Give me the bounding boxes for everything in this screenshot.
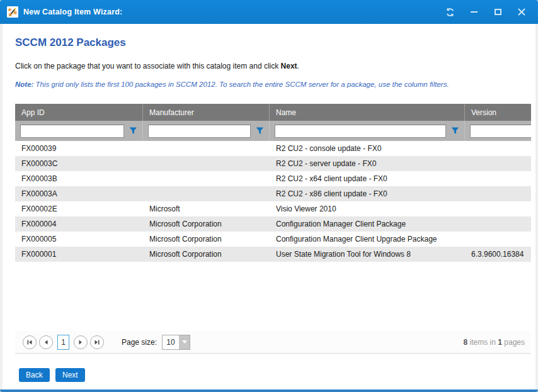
pager-summary: 8 items in 1 pages — [464, 338, 525, 347]
table-cell-name: Configuration Manager Client Package — [270, 216, 465, 232]
previous-page-button[interactable] — [39, 335, 53, 349]
table-cell-manufacturer: Microsoft Corporation — [143, 247, 270, 262]
minimize-icon[interactable] — [466, 4, 481, 20]
last-page-button[interactable] — [90, 335, 104, 349]
table-cell-name: R2 CU2 - server update - FX0 — [270, 156, 465, 171]
back-button[interactable]: Back — [19, 368, 50, 382]
window-frame-bottom — [0, 389, 538, 392]
table-row[interactable]: FX00003CR2 CU2 - server update - FX0 — [15, 156, 531, 171]
refresh-icon[interactable] — [442, 4, 457, 20]
pager-nav: 1 — [23, 335, 104, 350]
column-header-name[interactable]: Name — [270, 104, 465, 121]
table-cell-manufacturer — [143, 141, 270, 156]
instruction-suffix: . — [297, 62, 299, 70]
filter-cell-version — [465, 121, 531, 141]
table-cell-version — [465, 156, 531, 171]
funnel-icon[interactable] — [451, 127, 459, 135]
window-frame-right — [535, 24, 538, 389]
table-cell-name: R2 CU2 - x86 client update - FX0 — [270, 186, 465, 201]
next-button[interactable]: Next — [55, 368, 85, 382]
instruction-prefix: Click on the package that you want to as… — [15, 62, 281, 70]
note-label: Note: — [15, 81, 33, 88]
filter-cell-app-id — [15, 121, 143, 141]
wizard-wand-stars-icon: ★ ★ ★ — [7, 6, 18, 18]
page-size-label: Page size: — [122, 338, 157, 347]
next-page-button[interactable] — [74, 335, 88, 349]
table-cell-app-id: FX00003A — [15, 186, 143, 201]
app-id-filter-input[interactable] — [20, 125, 124, 138]
table-cell-version — [465, 186, 531, 201]
table-cell-manufacturer: Microsoft Corporation — [143, 216, 270, 232]
pager-bar: 1 Page size: 10 8 items in 1 pages — [15, 331, 531, 353]
first-page-button[interactable] — [23, 335, 37, 349]
table-cell-app-id: FX000039 — [15, 141, 143, 156]
table-cell-name: Configuration Manager Client Upgrade Pac… — [270, 232, 465, 247]
table-cell-name: User State Migration Tool for Windows 8 — [270, 247, 465, 262]
funnel-icon[interactable] — [129, 127, 137, 135]
wizard-content: SCCM 2012 Packages Click on the package … — [3, 24, 535, 389]
close-icon[interactable] — [514, 4, 529, 20]
grid-filter-row — [15, 121, 531, 141]
table-cell-app-id: FX000004 — [15, 216, 143, 232]
current-page-indicator: 1 — [57, 335, 69, 350]
table-cell-version: 6.3.9600.16384 — [465, 247, 531, 262]
table-cell-name: Visio Viewer 2010 — [270, 201, 465, 216]
table-cell-manufacturer: Microsoft — [143, 201, 270, 216]
table-cell-name: R2 CU2 - console update - FX0 — [270, 141, 465, 156]
table-cell-manufacturer: Microsoft Corporation — [143, 232, 270, 247]
table-row[interactable]: FX00002EMicrosoftVisio Viewer 2010 — [15, 201, 531, 216]
chevron-down-icon[interactable] — [179, 335, 190, 349]
table-cell-manufacturer — [143, 171, 270, 186]
table-cell-version — [465, 171, 531, 186]
table-cell-app-id: FX00003B — [15, 171, 143, 186]
table-body: FX000039R2 CU2 - console update - FX0FX0… — [15, 141, 531, 262]
column-header-version[interactable]: Version — [465, 104, 531, 121]
page-title: SCCM 2012 Packages — [15, 36, 126, 49]
page-size-value: 10 — [163, 335, 179, 349]
filter-cell-name — [270, 121, 465, 141]
table-cell-name: R2 CU2 - x64 client update - FX0 — [270, 171, 465, 186]
table-cell-version — [465, 141, 531, 156]
wizard-window: ★ ★ ★ New Catalog Item Wizard: — [0, 0, 538, 392]
page-size-dropdown[interactable]: 10 — [162, 335, 190, 350]
name-filter-input[interactable] — [275, 125, 446, 138]
packages-grid: App ID Manufacturer Name Version — [15, 104, 531, 354]
filter-cell-manufacturer — [143, 121, 270, 141]
table-cell-manufacturer — [143, 186, 270, 201]
table-cell-version — [465, 232, 531, 247]
pages-text: pages — [502, 338, 525, 347]
version-filter-input[interactable] — [470, 125, 531, 138]
table-row[interactable]: FX000005Microsoft CorporationConfigurati… — [15, 232, 531, 247]
table-cell-version — [465, 216, 531, 232]
svg-text:★: ★ — [13, 9, 18, 16]
maximize-icon[interactable] — [490, 4, 505, 20]
items-text: items in — [467, 338, 498, 347]
table-cell-app-id: FX00003C — [15, 156, 143, 171]
table-cell-app-id: FX000005 — [15, 232, 143, 247]
table-row[interactable]: FX000001Microsoft CorporationUser State … — [15, 247, 531, 262]
table-cell-manufacturer — [143, 156, 270, 171]
column-header-manufacturer[interactable]: Manufacturer — [143, 104, 270, 121]
table-row[interactable]: FX00003AR2 CU2 - x86 client update - FX0 — [15, 186, 531, 201]
window-controls — [442, 0, 529, 24]
table-cell-version — [465, 201, 531, 216]
pages-count: 1 — [498, 338, 502, 347]
column-header-app-id[interactable]: App ID — [15, 104, 143, 121]
grid-header-row: App ID Manufacturer Name Version — [15, 104, 531, 121]
instruction-next-word: Next — [281, 62, 297, 70]
table-cell-app-id: FX000001 — [15, 247, 143, 262]
table-cell-app-id: FX00002E — [15, 201, 143, 216]
window-title: New Catalog Item Wizard: — [23, 8, 123, 16]
table-row[interactable]: FX000039R2 CU2 - console update - FX0 — [15, 141, 531, 156]
instruction-text: Click on the package that you want to as… — [15, 62, 299, 70]
table-row[interactable]: FX000004Microsoft CorporationConfigurati… — [15, 216, 531, 232]
manufacturer-filter-input[interactable] — [148, 125, 251, 138]
note-body: This grid only lists the first 100 packa… — [33, 81, 449, 88]
funnel-icon[interactable] — [256, 127, 264, 135]
note-text: Note: This grid only lists the first 100… — [15, 81, 449, 88]
title-bar: ★ ★ ★ New Catalog Item Wizard: — [0, 0, 538, 24]
table-row[interactable]: FX00003BR2 CU2 - x64 client update - FX0 — [15, 171, 531, 186]
